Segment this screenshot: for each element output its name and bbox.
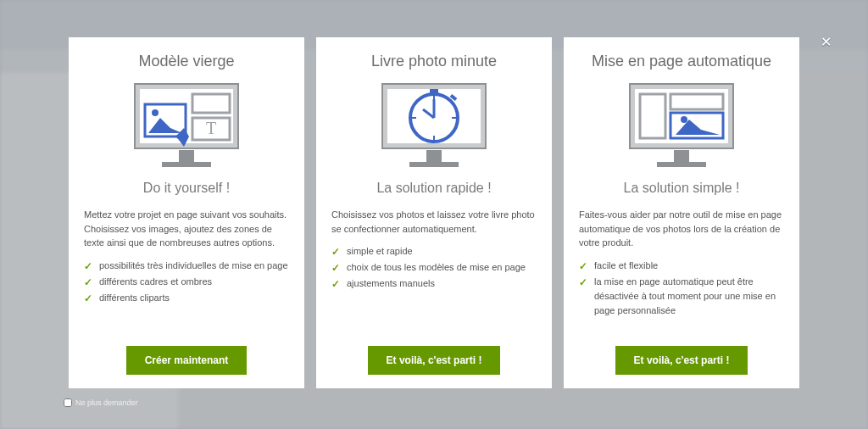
svg-rect-2	[179, 150, 194, 162]
list-item: ajustements manuels	[331, 276, 537, 291]
list-item: la mise en page automatique peut être dé…	[579, 275, 784, 318]
svg-point-32	[681, 116, 687, 123]
template-chooser-dialog: ✕ Modèle vierge T Do it yourself ! Met	[69, 37, 799, 388]
svg-point-6	[152, 109, 159, 116]
list-item: choix de tous les modèles de mise en pag…	[331, 260, 537, 275]
start-auto-button[interactable]: Et voilà, c'est parti !	[615, 346, 748, 375]
list-item: facile et flexible	[579, 259, 784, 273]
svg-rect-16	[430, 89, 438, 94]
card-title: Mise en page automatique	[592, 53, 771, 70]
card-description: Mettez votre projet en page suivant vos …	[84, 208, 289, 250]
card-title: Livre photo minute	[371, 53, 497, 70]
svg-rect-26	[674, 150, 689, 162]
close-button[interactable]: ✕	[821, 34, 832, 50]
benefits-list: facile et flexible la mise en page autom…	[579, 259, 784, 320]
close-icon: ✕	[821, 35, 832, 49]
card-subtitle: La solution rapide !	[376, 181, 491, 196]
list-item: différents cliparts	[84, 291, 289, 305]
dont-ask-text: Ne plus demander	[75, 398, 138, 407]
svg-text:T: T	[206, 119, 216, 137]
list-item: simple et rapide	[331, 244, 537, 259]
card-title: Modèle vierge	[138, 53, 234, 70]
svg-rect-14	[409, 162, 459, 167]
dont-ask-checkbox[interactable]	[64, 398, 72, 407]
svg-rect-13	[426, 150, 442, 162]
dont-ask-checkbox-label[interactable]: Ne plus demander	[64, 398, 138, 407]
benefits-list: possibilités très individuelles de mise …	[84, 259, 289, 307]
option-card-minute: Livre photo minute La solutio	[316, 37, 552, 388]
benefits-list: simple et rapide choix de tous les modèl…	[331, 244, 537, 292]
card-subtitle: La solution simple !	[624, 181, 740, 196]
create-now-button[interactable]: Créer maintenant	[126, 346, 248, 375]
svg-rect-3	[162, 162, 211, 167]
auto-layout-icon	[609, 79, 754, 170]
option-card-auto: Mise en page automatique La solution sim…	[564, 37, 799, 388]
card-description: Faites-vous aider par notre outil de mis…	[579, 208, 784, 250]
list-item: différents cadres et ombres	[84, 275, 289, 289]
start-minute-button[interactable]: Et voilà, c'est parti !	[368, 346, 501, 375]
option-card-blank: Modèle vierge T Do it yourself ! Mettez …	[69, 37, 304, 388]
card-subtitle: Do it yourself !	[143, 181, 230, 196]
card-description: Choisissez vos photos et laissez votre l…	[331, 208, 537, 236]
svg-rect-27	[657, 162, 706, 167]
stopwatch-icon	[362, 79, 506, 170]
list-item: possibilités très individuelles de mise …	[84, 259, 289, 273]
blank-template-icon: T	[114, 79, 259, 170]
